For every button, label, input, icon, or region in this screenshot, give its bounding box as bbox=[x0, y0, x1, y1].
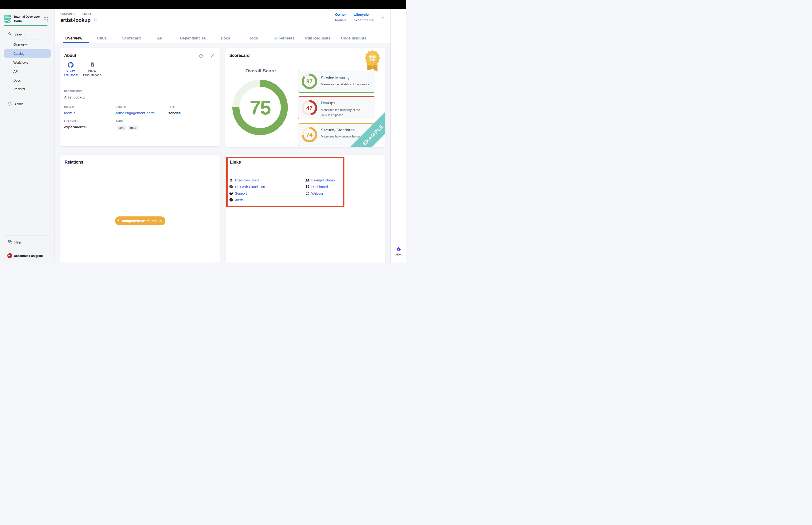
svg-text:74: 74 bbox=[306, 131, 313, 138]
svg-text:Gold: Gold bbox=[369, 55, 376, 58]
svg-text:?: ? bbox=[9, 240, 10, 242]
svg-text:Tier: Tier bbox=[370, 58, 375, 61]
svg-text:75: 75 bbox=[250, 96, 271, 119]
svg-text:47: 47 bbox=[306, 105, 313, 111]
svg-text:87: 87 bbox=[306, 78, 313, 85]
